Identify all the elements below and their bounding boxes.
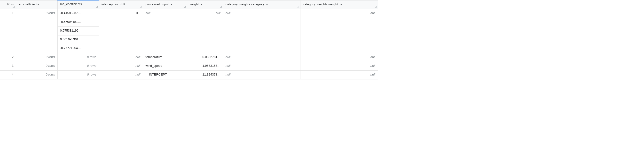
col-header-label: intercept_or_drift xyxy=(102,3,125,6)
cell-intercept: null xyxy=(99,53,143,62)
nested-value: 0.361695361… xyxy=(58,36,99,44)
cell-ma-coefficients: -0.41585237… -0.67094181… 0.575331196… 0… xyxy=(58,9,99,53)
table-row: 3 0 rows 0 rows null wind_speed -1.95731… xyxy=(0,62,378,70)
resize-handle-icon[interactable] xyxy=(139,6,142,9)
cell-ma-coefficients: 0 rows xyxy=(58,70,99,79)
resize-handle-icon[interactable] xyxy=(220,6,222,9)
cell-ar-coefficients: 0 rows xyxy=(16,70,58,79)
header-row: Row ar_coefficients ma_coefficients xyxy=(0,0,378,9)
cell-category-weight: null xyxy=(300,53,378,62)
cell-weight: -1.9573157… xyxy=(187,62,223,70)
col-header-label: processed_input xyxy=(145,3,168,6)
results-table: Row ar_coefficients ma_coefficients xyxy=(0,0,378,79)
table-row: 2 0 rows 0 rows null temperature 0.03827… xyxy=(0,53,378,62)
cell-row-number: 1 xyxy=(0,9,16,53)
table-row: 4 0 rows 0 rows null __INTERCEPT__ 11.32… xyxy=(0,70,378,79)
resize-handle-icon[interactable] xyxy=(12,6,16,9)
table-header: Row ar_coefficients ma_coefficients xyxy=(0,0,378,9)
resize-handle-icon[interactable] xyxy=(54,6,57,9)
cell-ar-coefficients: 0 rows xyxy=(16,53,58,62)
dropdown-icon[interactable] xyxy=(170,3,174,6)
nested-value: -0.41585237… xyxy=(58,9,99,18)
col-header-intercept-or-drift[interactable]: intercept_or_drift xyxy=(99,0,143,9)
resize-handle-icon[interactable] xyxy=(184,6,186,9)
cell-category: null xyxy=(223,70,300,79)
cell-weight: 0.0382781… xyxy=(187,53,223,62)
cell-intercept: 0.0 xyxy=(99,9,143,53)
cell-weight: null xyxy=(187,9,223,53)
cell-category-weight: null xyxy=(300,9,378,53)
cell-processed-input: temperature xyxy=(143,53,187,62)
col-header-ma-coefficients[interactable]: ma_coefficients xyxy=(58,0,99,9)
col-header-label: weight xyxy=(190,3,199,6)
cell-category: null xyxy=(223,62,300,70)
cell-intercept: null xyxy=(99,70,143,79)
cell-category-weight: null xyxy=(300,70,378,79)
nested-value: 0.575331196… xyxy=(58,27,99,36)
dropdown-icon[interactable] xyxy=(265,3,269,6)
cell-ma-coefficients: 0 rows xyxy=(58,53,99,62)
cell-row-number: 4 xyxy=(0,70,16,79)
dropdown-icon[interactable] xyxy=(339,3,343,6)
dropdown-icon[interactable] xyxy=(200,3,204,6)
cell-processed-input: null xyxy=(143,9,187,53)
col-header-label: category_weights.weight xyxy=(303,3,338,6)
resize-handle-icon[interactable] xyxy=(374,6,377,9)
table-body: 1 0 rows -0.41585237… -0.67094181… 0.575… xyxy=(0,9,378,79)
resize-handle-icon[interactable] xyxy=(297,6,300,9)
col-header-ar-coefficients[interactable]: ar_coefficients xyxy=(16,0,58,9)
cell-category-weight: null xyxy=(300,62,378,70)
nested-value: -0.77771254… xyxy=(58,44,99,53)
col-header-label: ar_coefficients xyxy=(19,3,39,6)
cell-ar-coefficients: 0 rows xyxy=(16,9,58,53)
col-header-category-weights-weight[interactable]: category_weights.weight xyxy=(300,0,378,9)
table-row: 1 0 rows -0.41585237… -0.67094181… 0.575… xyxy=(0,9,378,53)
nested-value: -0.67094181… xyxy=(58,18,99,27)
resize-handle-icon[interactable] xyxy=(96,6,98,9)
col-header-label: ma_coefficients xyxy=(60,2,82,6)
cell-processed-input: __INTERCEPT__ xyxy=(143,70,187,79)
cell-row-number: 2 xyxy=(0,53,16,62)
cell-category: null xyxy=(223,53,300,62)
col-header-category-weights-category[interactable]: category_weights.category xyxy=(223,0,300,9)
cell-category: null xyxy=(223,9,300,53)
col-header-row[interactable]: Row xyxy=(0,0,16,9)
cell-ma-coefficients: 0 rows xyxy=(58,62,99,70)
col-header-label: category_weights.category xyxy=(226,3,264,6)
col-header-weight[interactable]: weight xyxy=(187,0,223,9)
cell-processed-input: wind_speed xyxy=(143,62,187,70)
cell-intercept: null xyxy=(99,62,143,70)
cell-ar-coefficients: 0 rows xyxy=(16,62,58,70)
cell-row-number: 3 xyxy=(0,62,16,70)
col-header-processed-input[interactable]: processed_input xyxy=(143,0,187,9)
cell-weight: 11.324378… xyxy=(187,70,223,79)
